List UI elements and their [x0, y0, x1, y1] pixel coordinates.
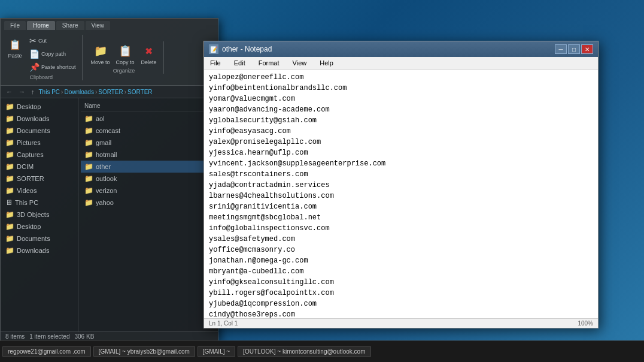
main-area: 📁 Desktop 📁 Downloads 📁 Documents 📁 Pict… — [1, 98, 218, 331]
sep3: › — [124, 89, 126, 95]
notepad-menubar: File Edit Format View Help — [204, 57, 598, 70]
tab-view[interactable]: View — [86, 21, 111, 30]
ribbon: File Home Share View 📋 Paste — [1, 19, 218, 86]
file-name: other — [96, 163, 111, 170]
list-item[interactable]: 📁 outlook — [81, 173, 215, 185]
sidebar-item-captures[interactable]: 📁 Captures — [1, 149, 78, 161]
file-name: verizon — [96, 187, 117, 194]
sidebar-label: 3D Objects — [17, 211, 49, 218]
list-item[interactable]: 📁 yahoo — [81, 197, 215, 209]
close-button[interactable]: ✕ — [581, 44, 593, 54]
sidebar-item-3dobjects[interactable]: 📁 3D Objects — [1, 209, 78, 221]
copy-to-button[interactable]: 📋 Copy to — [114, 41, 137, 67]
move-to-button[interactable]: 📁 Move to — [89, 41, 113, 67]
paste-icon: 📋 — [7, 36, 23, 53]
sidebar-item-videos[interactable]: 📁 Videos — [1, 185, 78, 197]
crumb-downloads[interactable]: Downloads — [64, 89, 93, 95]
paste-button[interactable]: 📋 Paste — [4, 35, 26, 73]
taskbar-item-gmail[interactable]: regpowe21@gmail.com .com — [2, 346, 91, 357]
list-item-selected[interactable]: 📁 other — [81, 161, 215, 173]
sidebar-label: Pictures — [17, 139, 41, 146]
sidebar-item-desktop2[interactable]: 📁 Desktop — [1, 221, 78, 233]
list-item[interactable]: 📁 aol — [81, 113, 215, 125]
list-item[interactable]: 📁 verizon — [81, 185, 215, 197]
folder-icon: 📁 — [84, 150, 93, 159]
menu-edit[interactable]: Edit — [230, 58, 249, 68]
sidebar-label: Documents — [17, 235, 50, 242]
text-line: yinfo@easyasacg.com — [209, 126, 593, 137]
file-name: outlook — [96, 175, 117, 182]
sidebar-item-downloads[interactable]: 📁 Downloads — [1, 113, 78, 125]
text-line: yomar@valuecmgmt.com — [209, 93, 593, 104]
taskbar-item-gmail3[interactable]: [GMAIL] ~ — [198, 346, 235, 357]
sidebar: 📁 Desktop 📁 Downloads 📁 Documents 📁 Pict… — [1, 98, 78, 331]
tab-share[interactable]: Share — [56, 21, 84, 30]
tab-home[interactable]: Home — [27, 21, 55, 30]
folder-icon: 📁 — [5, 162, 14, 171]
up-button[interactable]: ↑ — [29, 88, 37, 96]
sidebar-item-pictures[interactable]: 📁 Pictures — [1, 137, 78, 149]
sidebar-label: DCIM — [17, 163, 34, 170]
crumb-sorter1[interactable]: SORTER — [98, 89, 123, 95]
notepad-title: other - Notepad — [222, 45, 272, 53]
delete-label: Delete — [141, 59, 157, 65]
clipboard-btns: 📋 Paste ✂ Cut 📄 Copy path — [4, 35, 78, 73]
folder-icon: 📁 — [5, 246, 14, 255]
copy-path-icon: 📄 — [29, 49, 40, 59]
sep1: › — [61, 89, 63, 95]
paste-shortcut-button[interactable]: 📌 Paste shortcut — [27, 61, 78, 73]
crumb-thispc[interactable]: This PC — [39, 89, 60, 95]
copy-to-label: Copy to — [116, 59, 135, 65]
text-line: yjubeda@1qcompression.com — [209, 298, 593, 309]
minimize-button[interactable]: ─ — [555, 44, 567, 54]
cut-copy-group: ✂ Cut 📄 Copy path 📌 Paste shortcut — [27, 35, 78, 73]
folder-icon: 📁 — [84, 138, 93, 147]
folder-icon: 📁 — [5, 234, 14, 243]
folder-icon: 📁 — [5, 102, 14, 111]
menu-format[interactable]: Format — [255, 58, 283, 68]
list-item[interactable]: 📁 hotmail — [81, 149, 215, 161]
folder-icon: 📁 — [84, 198, 93, 207]
delete-button[interactable]: ✖ Delete — [138, 41, 160, 67]
forward-button[interactable]: → — [17, 88, 27, 96]
selected-info: 1 item selected — [29, 333, 69, 340]
crumb-sorter2[interactable]: SORTER — [127, 89, 153, 95]
list-item[interactable]: 📁 gmail — [81, 137, 215, 149]
status-bar: 8 items 1 item selected 306 KB — [1, 331, 218, 341]
maximize-button[interactable]: □ — [568, 44, 580, 54]
sidebar-label: SORTER — [17, 175, 44, 182]
text-line: yvincent.jackson@supplesageenterprise.co… — [209, 158, 593, 169]
file-name: yahoo — [96, 199, 114, 206]
back-button[interactable]: ← — [4, 88, 14, 96]
notepad-text-area[interactable]: yalopez@onereefllc.com yinfo@beintention… — [204, 70, 598, 318]
text-line: cindy@those3reps.com — [209, 309, 593, 318]
cut-icon: ✂ — [29, 36, 37, 46]
sidebar-item-documents[interactable]: 📁 Documents — [1, 125, 78, 137]
folder-icon: 📁 — [5, 174, 14, 183]
sidebar-label: Videos — [17, 187, 37, 194]
sidebar-item-thispc[interactable]: 🖥 This PC — [1, 197, 78, 209]
menu-help[interactable]: Help — [316, 58, 337, 68]
sidebar-item-desktop[interactable]: 📁 Desktop — [1, 101, 78, 113]
address-bar: ← → ↑ This PC › Downloads › SORTER › SOR… — [1, 86, 218, 98]
delete-icon: ✖ — [141, 43, 157, 59]
cut-button[interactable]: ✂ Cut — [27, 35, 78, 47]
taskbar-item-outlook[interactable]: [OUTLOOK] ~ kimontconsulting@outlook.com — [238, 346, 370, 357]
sidebar-item-sorter[interactable]: 📁 SORTER — [1, 173, 78, 185]
copy-path-button[interactable]: 📄 Copy path — [27, 48, 78, 60]
sidebar-item-downloads2[interactable]: 📁 Downloads — [1, 245, 78, 257]
tab-file[interactable]: File — [4, 21, 26, 30]
taskbar-item-gmail2[interactable]: [GMAIL] ~ ybraiysb2b@gmail.com — [93, 346, 195, 357]
text-line: yglobalsecurity@gsiah.com — [209, 115, 593, 126]
menu-file[interactable]: File — [206, 58, 224, 68]
desktop: File Home Share View 📋 Paste — [0, 0, 644, 362]
text-line: meetingsmgmt@sbcglobal.net — [209, 212, 593, 223]
sidebar-item-documents2[interactable]: 📁 Documents — [1, 233, 78, 245]
folder-icon: 📁 — [5, 186, 14, 195]
item-count: 8 items — [5, 333, 25, 340]
list-item[interactable]: 📁 comcast — [81, 125, 215, 137]
copy-path-label: Copy path — [41, 51, 66, 57]
sidebar-label: Downloads — [17, 247, 49, 254]
menu-view[interactable]: View — [289, 58, 311, 68]
sidebar-item-dcim[interactable]: 📁 DCIM — [1, 161, 78, 173]
